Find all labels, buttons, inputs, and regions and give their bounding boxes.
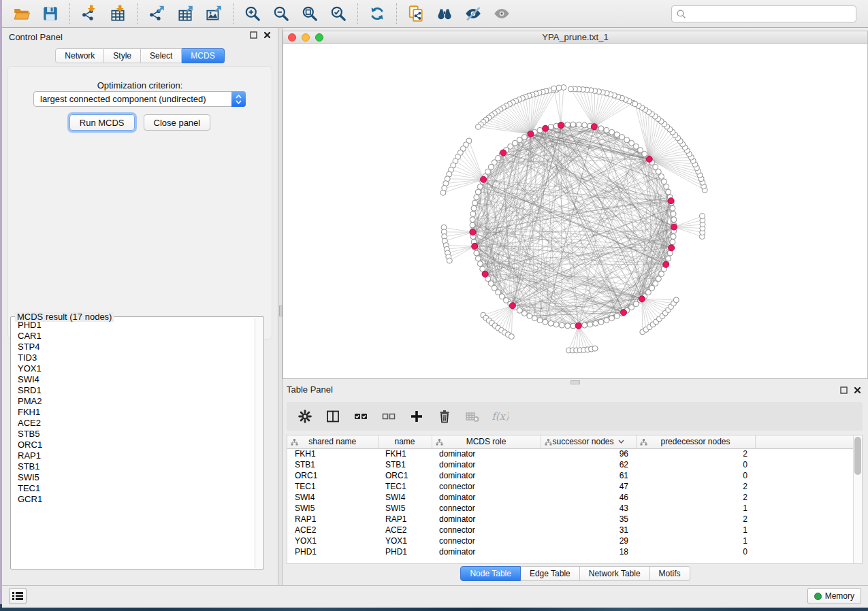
table-cell[interactable]: 35 bbox=[541, 514, 636, 525]
mcds-result-item[interactable]: GCR1 bbox=[12, 494, 254, 505]
gear-button[interactable] bbox=[296, 408, 314, 425]
mcds-result-item[interactable]: SRD1 bbox=[12, 385, 254, 396]
table-cell[interactable]: RAP1 bbox=[378, 514, 432, 525]
table-cell[interactable]: 2 bbox=[636, 481, 755, 492]
table-cell[interactable]: 0 bbox=[636, 459, 755, 470]
column-header-successor-nodes[interactable]: successor nodes bbox=[541, 435, 636, 448]
export-image-button[interactable] bbox=[199, 3, 228, 24]
table-cell[interactable]: SWI5 bbox=[378, 503, 432, 514]
mcds-result-item[interactable]: ACE2 bbox=[12, 418, 254, 429]
zoom-in-button[interactable] bbox=[238, 3, 267, 24]
mcds-result-item[interactable]: SWI4 bbox=[12, 374, 254, 385]
mcds-result-item[interactable]: FKH1 bbox=[12, 407, 254, 418]
mcds-result-item[interactable]: TEC1 bbox=[12, 483, 254, 494]
table-cell[interactable]: connector bbox=[432, 481, 541, 492]
mcds-result-item[interactable]: YOX1 bbox=[12, 363, 254, 374]
column-header-predecessor-nodes[interactable]: predecessor nodes bbox=[636, 435, 755, 448]
mcds-result-item[interactable]: PHD1 bbox=[12, 320, 254, 331]
deselect-all-button[interactable] bbox=[380, 408, 398, 425]
tab-network[interactable]: Network bbox=[55, 48, 104, 63]
tab-select[interactable]: Select bbox=[141, 48, 182, 63]
column-header-name[interactable]: name bbox=[378, 435, 432, 448]
table-scrollbar-thumb[interactable] bbox=[854, 437, 861, 475]
binoculars-button[interactable] bbox=[430, 3, 459, 24]
table-cell[interactable]: RAP1 bbox=[287, 514, 378, 525]
table-cell[interactable]: 96 bbox=[541, 448, 636, 459]
table-cell[interactable]: SWI5 bbox=[287, 503, 378, 514]
column-header-MCDS-role[interactable]: MCDS role bbox=[432, 435, 541, 448]
table-tab-edge-table[interactable]: Edge Table bbox=[521, 566, 580, 581]
table-cell[interactable]: TEC1 bbox=[287, 481, 378, 492]
show-all-button[interactable] bbox=[487, 3, 516, 24]
refresh-button[interactable] bbox=[363, 3, 391, 24]
select-all-button[interactable] bbox=[352, 408, 370, 425]
table-cell[interactable]: PHD1 bbox=[287, 546, 378, 557]
zoom-selected-button[interactable] bbox=[324, 3, 353, 24]
table-cell[interactable]: 18 bbox=[541, 546, 636, 557]
table-cell[interactable]: connector bbox=[432, 535, 541, 546]
table-cell[interactable]: ORC1 bbox=[378, 470, 432, 481]
table-cell[interactable]: YOX1 bbox=[287, 535, 378, 546]
table-cell[interactable]: dominator bbox=[432, 470, 541, 481]
table-cell[interactable]: ACE2 bbox=[378, 525, 432, 535]
table-cell[interactable]: dominator bbox=[432, 492, 541, 503]
table-cell[interactable]: 2 bbox=[636, 448, 755, 459]
table-cell[interactable]: SWI4 bbox=[378, 492, 432, 503]
mcds-list-scrollbar[interactable] bbox=[255, 318, 263, 568]
function-builder-button[interactable]: f(x) bbox=[492, 408, 509, 425]
table-row[interactable]: TEC1TEC1connector472 bbox=[287, 481, 853, 492]
table-row[interactable]: ACE2ACE2connector311 bbox=[287, 525, 853, 535]
export-table-button[interactable] bbox=[171, 3, 199, 24]
table-cell[interactable]: 46 bbox=[541, 492, 636, 503]
mcds-result-item[interactable]: RAP1 bbox=[12, 450, 254, 461]
import-network-button[interactable] bbox=[75, 3, 103, 24]
delete-table-button[interactable] bbox=[464, 408, 481, 425]
table-row[interactable]: SWI4SWI4dominator462 bbox=[287, 492, 853, 503]
table-tab-node-table[interactable]: Node Table bbox=[460, 566, 521, 581]
table-cell[interactable]: STB1 bbox=[287, 459, 378, 470]
table-cell[interactable]: 1 bbox=[636, 525, 755, 535]
table-cell[interactable]: ACE2 bbox=[287, 525, 378, 535]
table-scrollbar[interactable] bbox=[853, 435, 862, 563]
network-graph[interactable] bbox=[283, 44, 867, 378]
criterion-dropdown[interactable]: largest connected component (undirected) bbox=[33, 91, 246, 107]
table-row[interactable]: STB1STB1dominator620 bbox=[287, 459, 853, 470]
mcds-result-item[interactable]: STB5 bbox=[12, 429, 254, 440]
delete-column-button[interactable] bbox=[436, 408, 453, 425]
table-row[interactable]: PHD1PHD1dominator180 bbox=[287, 546, 853, 557]
export-network-button[interactable] bbox=[142, 3, 171, 24]
clone-network-button[interactable] bbox=[402, 3, 430, 24]
table-cell[interactable]: dominator bbox=[432, 514, 541, 525]
mcds-result-item[interactable]: CAR1 bbox=[12, 331, 254, 342]
table-cell[interactable]: 0 bbox=[636, 470, 755, 481]
vertical-splitter[interactable] bbox=[278, 28, 283, 585]
mcds-result-item[interactable]: TID3 bbox=[12, 352, 254, 363]
table-cell[interactable]: connector bbox=[432, 525, 541, 535]
open-button[interactable] bbox=[7, 3, 36, 24]
table-cell[interactable]: 1 bbox=[636, 503, 755, 514]
table-cell[interactable]: FKH1 bbox=[287, 448, 378, 459]
float-panel-button[interactable] bbox=[250, 31, 257, 39]
task-history-button[interactable] bbox=[9, 588, 27, 604]
mcds-result-item[interactable]: STP4 bbox=[12, 342, 254, 352]
table-cell[interactable]: FKH1 bbox=[378, 448, 432, 459]
add-column-button[interactable] bbox=[408, 408, 425, 425]
table-cell[interactable]: dominator bbox=[432, 448, 541, 459]
close-panel-button-mcds[interactable]: Close panel bbox=[144, 114, 211, 131]
table-cell[interactable]: 1 bbox=[636, 535, 755, 546]
import-table-button[interactable] bbox=[103, 3, 132, 24]
table-cell[interactable]: 47 bbox=[541, 481, 636, 492]
column-header-shared-name[interactable]: shared name bbox=[287, 435, 378, 448]
table-cell[interactable]: PHD1 bbox=[378, 546, 432, 557]
mcds-result-item[interactable]: STB1 bbox=[12, 461, 254, 472]
table-row[interactable]: RAP1RAP1dominator352 bbox=[287, 514, 853, 525]
table-tab-network-table[interactable]: Network Table bbox=[580, 566, 650, 581]
table-row[interactable]: SWI5SWI5connector431 bbox=[287, 503, 853, 514]
table-row[interactable]: FKH1FKH1dominator962 bbox=[287, 448, 853, 459]
table-cell[interactable]: YOX1 bbox=[378, 535, 432, 546]
table-cell[interactable]: TEC1 bbox=[378, 481, 432, 492]
table-tab-motifs[interactable]: Motifs bbox=[650, 566, 690, 581]
mcds-result-item[interactable]: SWI5 bbox=[12, 472, 254, 483]
run-mcds-button[interactable]: Run MCDS bbox=[69, 114, 135, 131]
memory-button[interactable]: Memory bbox=[807, 588, 861, 604]
